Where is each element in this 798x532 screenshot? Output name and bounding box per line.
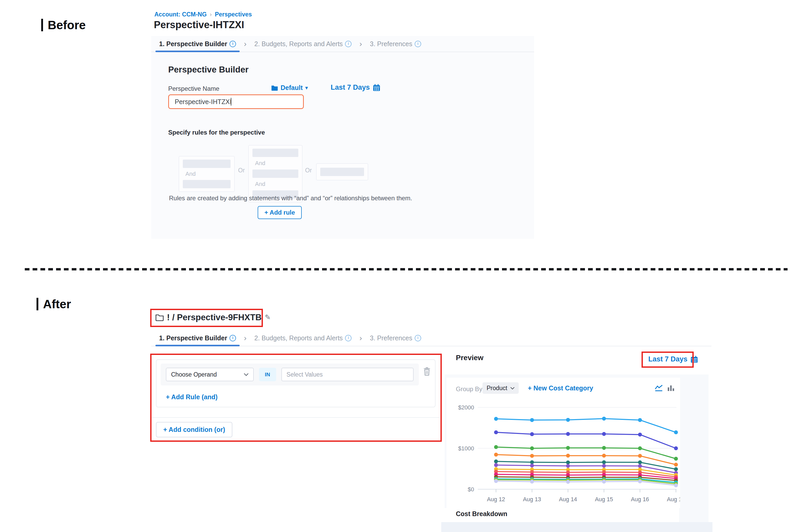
chevron-right-icon: › <box>244 334 246 342</box>
group-by-value: Product <box>487 385 507 392</box>
group-by-select[interactable]: Product <box>482 382 519 394</box>
tab-budgets-reports-alerts[interactable]: 2. Budgets, Reports and Alerts <box>254 36 352 52</box>
tab-label: 2. Budgets, Reports and Alerts <box>254 40 343 48</box>
info-icon[interactable] <box>415 335 421 341</box>
before-page-title: Perspective-IHTZXI <box>154 19 244 31</box>
caret-down-icon: ▾ <box>305 85 308 91</box>
skeleton-rule-group: And <box>179 156 235 192</box>
svg-text:Aug 12: Aug 12 <box>487 496 505 502</box>
before-panel: 1. Perspective Builder › 2. Budgets, Rep… <box>151 36 534 239</box>
info-icon[interactable] <box>229 41 236 47</box>
preview-date-range-picker[interactable]: Last 7 Days <box>648 355 698 363</box>
tab-perspective-builder[interactable]: 1. Perspective Builder <box>159 330 236 346</box>
preview-heading: Preview <box>456 354 483 362</box>
tab-label: 3. Preferences <box>370 40 412 48</box>
svg-text:$1000: $1000 <box>458 445 474 452</box>
tab-label: 2. Budgets, Reports and Alerts <box>254 334 343 342</box>
text-cursor <box>231 98 231 106</box>
before-tabstrip: 1. Perspective Builder › 2. Budgets, Rep… <box>151 36 534 52</box>
skeleton-or-label: Or <box>305 167 312 174</box>
date-range-label: Last 7 Days <box>648 355 687 363</box>
breadcrumb-account-link[interactable]: Account: CCM-NG <box>154 11 207 18</box>
group-by-label: Group By <box>456 385 482 393</box>
select-values-input[interactable] <box>281 368 414 381</box>
builder-heading: Perspective Builder <box>168 65 249 75</box>
date-range-picker[interactable]: Last 7 Days <box>331 83 380 92</box>
screenshot-stage: Before Account: CCM-NG › Perspectives Pe… <box>0 0 798 532</box>
trash-icon <box>423 367 431 376</box>
tab-budgets-reports-alerts[interactable]: 2. Budgets, Reports and Alerts <box>254 330 352 346</box>
operand-select-value: Choose Operand <box>171 371 217 378</box>
breadcrumb-perspectives-link[interactable]: Perspectives <box>215 11 252 18</box>
rules-hint-text: Rules are created by adding statements w… <box>169 194 412 202</box>
skeleton-bar <box>252 170 298 178</box>
breadcrumb: Account: CCM-NG › Perspectives <box>154 11 252 18</box>
info-icon[interactable] <box>345 41 352 47</box>
after-tabstrip: 1. Perspective Builder › 2. Budgets, Rep… <box>151 330 711 346</box>
add-rule-button[interactable]: + Add rule <box>258 206 302 219</box>
skeleton-or-label: Or <box>238 167 245 174</box>
tab-preferences[interactable]: 3. Preferences <box>370 330 421 346</box>
skeleton-and-label: And <box>252 160 298 167</box>
specify-rules-label: Specify rules for the perspective <box>168 129 265 136</box>
cost-breakdown-panel-top <box>441 522 712 532</box>
svg-text:Aug 16: Aug 16 <box>631 496 649 502</box>
new-cost-category-link[interactable]: + New Cost Category <box>528 384 593 392</box>
skeleton-bar <box>320 168 364 176</box>
add-rule-and-link[interactable]: + Add Rule (and) <box>166 393 217 401</box>
skeleton-bar <box>183 159 230 168</box>
skeleton-and-label: And <box>252 181 298 188</box>
svg-text:Aug 15: Aug 15 <box>595 496 613 502</box>
tab-label: 3. Preferences <box>370 334 412 342</box>
info-icon[interactable] <box>345 335 352 341</box>
tab-preferences[interactable]: 3. Preferences <box>370 36 421 52</box>
rule-row: Choose Operand IN <box>160 363 419 385</box>
svg-text:Aug 17: Aug 17 <box>667 496 680 502</box>
before-section-label: Before <box>41 19 86 31</box>
edit-pencil-icon[interactable]: ✎ <box>265 313 271 322</box>
chevron-down-icon <box>510 387 515 390</box>
skeleton-rule-group <box>316 163 368 180</box>
after-title-text: ! / Perspective-9FHXTB <box>167 312 262 322</box>
tab-label: 1. Perspective Builder <box>159 334 227 342</box>
line-chart-icon <box>654 384 663 392</box>
rule-condition-card: Choose Operand IN + Add Rule (and) <box>156 359 436 407</box>
after-page-title: ! / Perspective-9FHXTB ✎ <box>155 312 271 322</box>
operator-badge[interactable]: IN <box>259 368 276 381</box>
perspective-name-label: Perspective Name <box>168 85 219 92</box>
preview-chart-card: Group By Product + New Cost Category $0$… <box>446 378 680 508</box>
skeleton-bar <box>252 149 298 157</box>
folder-name: Default <box>281 84 303 92</box>
bar-chart-toggle[interactable] <box>667 384 675 392</box>
after-section-label: After <box>37 298 71 310</box>
info-icon[interactable] <box>415 41 421 47</box>
svg-text:$0: $0 <box>468 486 474 493</box>
calendar-icon <box>690 356 698 363</box>
folder-selector[interactable]: Default ▾ <box>271 84 308 92</box>
date-range-label: Last 7 Days <box>331 83 370 92</box>
cost-preview-line-chart: $0$1000$2000Aug 12Aug 13Aug 14Aug 15Aug … <box>446 400 680 508</box>
chevron-right-icon: › <box>359 39 362 48</box>
delete-rule-button[interactable] <box>423 367 431 376</box>
perspective-name-input[interactable] <box>168 94 304 109</box>
tab-perspective-builder[interactable]: 1. Perspective Builder <box>159 36 236 52</box>
add-condition-or-button[interactable]: + Add condition (or) <box>156 422 232 437</box>
folder-icon <box>155 314 164 321</box>
cost-breakdown-heading: Cost Breakdown <box>456 510 507 518</box>
svg-text:Aug 13: Aug 13 <box>523 496 541 502</box>
chevron-right-icon: › <box>244 39 246 48</box>
breadcrumb-chevron-icon: › <box>210 11 212 18</box>
chevron-right-icon: › <box>359 334 362 342</box>
before-after-divider <box>25 268 787 270</box>
tab-label: 1. Perspective Builder <box>159 40 227 48</box>
svg-text:$2000: $2000 <box>458 404 474 411</box>
calendar-icon <box>373 84 380 91</box>
folder-icon <box>271 85 278 91</box>
info-icon[interactable] <box>229 335 236 341</box>
rule-builder-divider <box>152 417 440 418</box>
svg-text:Aug 14: Aug 14 <box>559 496 577 502</box>
chevron-down-icon <box>244 373 249 376</box>
line-chart-toggle[interactable] <box>654 384 663 392</box>
bar-chart-icon <box>667 384 675 392</box>
operand-select[interactable]: Choose Operand <box>166 368 254 381</box>
